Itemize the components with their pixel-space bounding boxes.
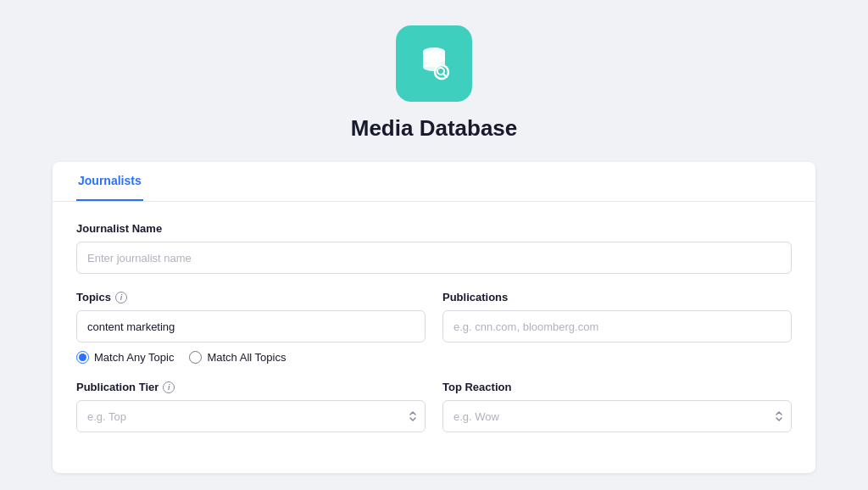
publication-tier-label: Publication Tier i — [76, 381, 426, 393]
tabs-bar: Journalists — [53, 162, 815, 202]
topics-publications-row: Topics i Match Any Topic Match All Topic… — [76, 291, 792, 381]
match-all-radio[interactable] — [189, 351, 202, 364]
top-reaction-select[interactable]: e.g. Wow Wow Like Love Angry — [442, 400, 792, 432]
top-reaction-group: Top Reaction e.g. Wow Wow Like Love Angr… — [442, 381, 792, 432]
journalist-name-input[interactable] — [76, 242, 792, 274]
top-reaction-wrapper: e.g. Wow Wow Like Love Angry — [442, 400, 792, 432]
app-title: Media Database — [351, 115, 518, 142]
publication-tier-group: Publication Tier i e.g. Top Top Mid-Tier… — [76, 381, 426, 432]
top-reaction-label: Top Reaction — [442, 381, 792, 393]
form-body: Journalist Name Topics i Match Any Topic — [53, 222, 815, 449]
topics-input[interactable] — [76, 310, 426, 342]
tab-journalists[interactable]: Journalists — [76, 162, 143, 201]
journalist-name-label: Journalist Name — [76, 222, 792, 235]
publication-tier-wrapper: e.g. Top Top Mid-Tier Low-Tier — [76, 400, 426, 432]
match-any-radio[interactable] — [76, 351, 89, 364]
match-all-topics-option[interactable]: Match All Topics — [189, 351, 286, 364]
publications-label: Publications — [442, 291, 792, 303]
publications-input[interactable] — [442, 310, 792, 342]
topics-info-icon[interactable]: i — [115, 292, 127, 303]
publication-tier-info-icon[interactable]: i — [163, 381, 175, 393]
journalist-name-group: Journalist Name — [76, 222, 792, 274]
app-icon — [396, 25, 472, 102]
publication-tier-select[interactable]: e.g. Top Top Mid-Tier Low-Tier — [76, 400, 426, 432]
tier-reaction-row: Publication Tier i e.g. Top Top Mid-Tier… — [76, 381, 792, 449]
publications-group: Publications — [442, 291, 792, 364]
topics-group: Topics i Match Any Topic Match All Topic… — [76, 291, 426, 364]
match-any-topic-option[interactable]: Match Any Topic — [76, 351, 174, 364]
main-card: Journalists Journalist Name Topics i — [53, 162, 815, 473]
topic-match-radio-group: Match Any Topic Match All Topics — [76, 351, 426, 364]
topics-label: Topics i — [76, 291, 426, 303]
